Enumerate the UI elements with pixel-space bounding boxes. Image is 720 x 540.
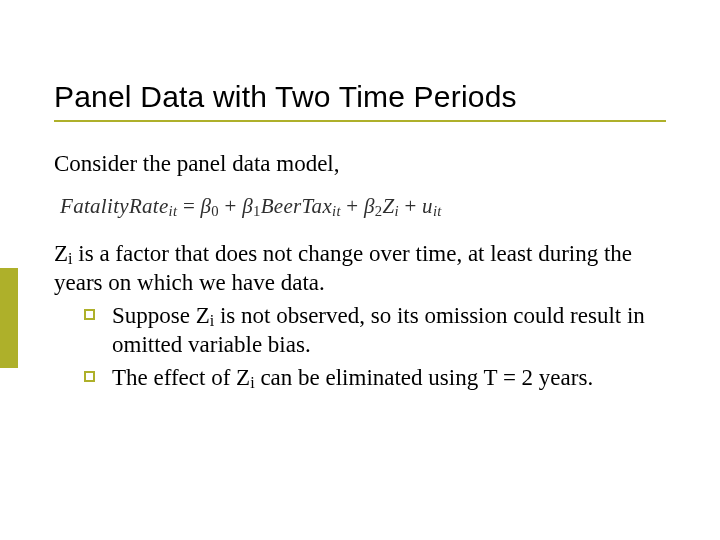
z-p1: Z	[54, 241, 68, 266]
accent-bar	[0, 268, 18, 368]
slide-body: Consider the panel data model, FatalityR…	[54, 150, 666, 397]
square-bullet-icon	[84, 371, 95, 382]
eq-u: u	[422, 194, 433, 218]
list-item: The effect of Zi can be eliminated using…	[84, 364, 666, 393]
eq-term1: BeerTax	[261, 194, 332, 218]
z-p2: is a factor that does not change over ti…	[54, 241, 632, 295]
z-paragraph: Zi is a factor that does not change over…	[54, 240, 666, 298]
eq-equals: =	[177, 194, 200, 218]
eq-lhs: FatalityRate	[60, 194, 169, 218]
slide: Panel Data with Two Time Periods Conside…	[0, 0, 720, 540]
slide-title: Panel Data with Two Time Periods	[54, 80, 666, 122]
eq-plus3: +	[399, 194, 422, 218]
eq-b1: β	[242, 194, 253, 218]
eq-u-sub: it	[433, 203, 442, 219]
bullet-text-p1: Suppose Z	[112, 303, 210, 328]
eq-plus2: +	[341, 194, 364, 218]
bullet-list: Suppose Zi is not observed, so its omiss…	[84, 302, 666, 393]
eq-b0-sub: 0	[211, 203, 219, 219]
eq-plus1: +	[219, 194, 242, 218]
eq-term1-sub: it	[332, 203, 341, 219]
list-item: Suppose Zi is not observed, so its omiss…	[84, 302, 666, 360]
eq-b1-sub: 1	[253, 203, 261, 219]
eq-b0: β	[201, 194, 212, 218]
bullet-text-p1: The effect of Z	[112, 365, 250, 390]
intro-text: Consider the panel data model,	[54, 150, 666, 179]
eq-term2: Z	[382, 194, 394, 218]
bullet-text-p2: can be eliminated using T = 2 years.	[255, 365, 594, 390]
equation: FatalityRateit = β0 + β1BeerTaxit + β2Zi…	[60, 193, 666, 220]
square-bullet-icon	[84, 309, 95, 320]
eq-b2: β	[364, 194, 375, 218]
